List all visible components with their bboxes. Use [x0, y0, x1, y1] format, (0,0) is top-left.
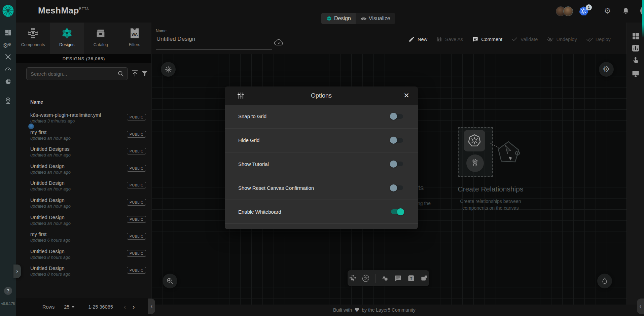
- validate-button[interactable]: Validate: [511, 36, 538, 42]
- next-page-button[interactable]: ›: [133, 303, 135, 311]
- design-visibility-badge: PUBLIC: [127, 165, 146, 172]
- relationship-hint-heading: Create Relationships: [454, 185, 527, 193]
- deploy-double-check-icon: [586, 36, 593, 42]
- help-icon[interactable]: ?: [4, 287, 12, 295]
- settings-gear-icon[interactable]: ⚙: [604, 7, 611, 15]
- design-list-item[interactable]: Untitled Design updated an hour ago PUBL…: [16, 177, 151, 194]
- snap-to-grid-toggle[interactable]: [391, 114, 403, 119]
- designs-count-header: DESIGNS (36,065): [16, 54, 151, 63]
- mesh-pie-icon[interactable]: [4, 78, 12, 85]
- collapse-drawer-chevron[interactable]: ‹: [148, 299, 155, 314]
- zoom-magnifier-icon: [166, 277, 174, 285]
- comment-tool-icon[interactable]: [394, 275, 402, 282]
- design-list: k8s-wasm-plugin-ratelimiter.yml updated …: [16, 109, 151, 279]
- design-visibility-badge: PUBLIC: [127, 148, 146, 154]
- option-label: Show Reset Canvas Confirmation: [238, 185, 314, 191]
- display-monitor-icon[interactable]: [632, 70, 640, 78]
- option-label: Snap to Grid: [238, 113, 266, 119]
- design-search: [26, 67, 128, 80]
- name-column-header[interactable]: Name: [30, 99, 43, 105]
- right-tool-rail: [627, 23, 644, 305]
- collaborator-avatar-2[interactable]: [563, 6, 573, 16]
- layer5-logo-icon[interactable]: [2, 4, 14, 17]
- configuration-tools-icon[interactable]: [4, 53, 12, 61]
- tab-designs[interactable]: Designs: [50, 23, 84, 54]
- filter-funnel-icon[interactable]: [141, 70, 148, 77]
- components-grid-icon[interactable]: [632, 32, 640, 40]
- comment-button[interactable]: Comment: [472, 36, 502, 42]
- performance-gauge-icon[interactable]: [4, 65, 12, 73]
- kubernetes-node-tile: [464, 130, 485, 151]
- close-icon[interactable]: ✕: [402, 92, 410, 100]
- design-updated: updated 6 hours ago: [30, 238, 70, 243]
- expand-drawer-chevron[interactable]: ›: [13, 265, 21, 278]
- show-tutorial-toggle[interactable]: [391, 162, 403, 166]
- design-list-item[interactable]: Untitled Design updated an hour ago PUBL…: [16, 160, 151, 177]
- dashboard-icon[interactable]: [4, 29, 12, 36]
- search-icon[interactable]: [117, 70, 124, 77]
- caret-down-icon: [71, 306, 75, 308]
- save-as-button[interactable]: Save As: [436, 36, 463, 42]
- import-design-icon[interactable]: [131, 70, 139, 77]
- text-tool-icon[interactable]: T: [407, 275, 415, 282]
- rows-per-page-select[interactable]: 25: [64, 304, 75, 310]
- helm-wheel-button[interactable]: [161, 62, 176, 77]
- prev-page-button[interactable]: ‹: [124, 303, 126, 311]
- meshmap-pin-icon[interactable]: [4, 97, 12, 104]
- helm-wheel-icon: [164, 65, 172, 73]
- tab-filters[interactable]: WA Filters: [118, 23, 152, 54]
- design-list-item[interactable]: my first updated 6 hours ago PUBLIC: [16, 228, 151, 245]
- zoom-in-button[interactable]: [163, 274, 177, 288]
- lifecycle-gears-icon[interactable]: ⚙ ⚙: [3, 40, 13, 49]
- undeploy-button[interactable]: Undeploy: [547, 36, 577, 42]
- gear-icon: ⚙: [603, 65, 610, 73]
- collaborator-presence-dot: [28, 124, 34, 129]
- design-name: Untitled Design: [30, 180, 65, 186]
- design-list-item[interactable]: Untitled Design updated 8 hours ago PUBL…: [16, 245, 151, 262]
- option-label: Show Tutorial: [238, 161, 269, 167]
- component-shape-tool-icon[interactable]: [349, 275, 356, 282]
- design-list-item[interactable]: Untitled Design updated an hour ago PUBL…: [16, 194, 151, 211]
- kubernetes-wheel-icon: [468, 134, 481, 147]
- squid-icon: [470, 158, 480, 169]
- catalog-drawer-icon: [95, 27, 106, 39]
- search-input[interactable]: [27, 71, 117, 77]
- options-modal-title: Options: [225, 92, 418, 99]
- comment-bubble-icon: [472, 36, 478, 42]
- design-header-strip: Name New Save As: [151, 23, 644, 54]
- design-list-item[interactable]: k8s-wasm-plugin-ratelimiter.yml updated …: [16, 109, 151, 126]
- design-updated: updated an hour ago: [30, 136, 71, 141]
- tab-design[interactable]: Design: [321, 13, 356, 24]
- tab-components[interactable]: Components: [16, 23, 50, 54]
- svg-text:WA: WA: [132, 32, 138, 36]
- interact-touch-icon[interactable]: [632, 56, 640, 64]
- design-name-input[interactable]: [156, 35, 272, 43]
- dashboard-chart-icon[interactable]: [632, 44, 640, 52]
- kubernetes-tool-icon[interactable]: [362, 275, 369, 282]
- design-visibility-badge: PUBLIC: [127, 131, 146, 138]
- tab-catalog[interactable]: Catalog: [84, 23, 118, 54]
- enable-whiteboard-toggle[interactable]: [391, 209, 403, 214]
- notifications-bell-icon[interactable]: [622, 7, 630, 15]
- design-list-item[interactable]: Untitled Design updated an hour ago PUBL…: [16, 211, 151, 229]
- shapes-tool-icon[interactable]: [381, 275, 389, 282]
- collapse-right-panel-chevron[interactable]: ‹: [637, 299, 644, 314]
- show-reset-canvas-confirmation-toggle[interactable]: [391, 185, 403, 190]
- media-tool-icon[interactable]: [421, 275, 428, 282]
- canvas-settings-button[interactable]: ⚙: [599, 62, 614, 77]
- design-name: Untitled Designss: [30, 146, 70, 152]
- new-design-button[interactable]: New: [408, 36, 427, 42]
- tab-visualize[interactable]: Visualize: [356, 13, 395, 24]
- hide-grid-toggle[interactable]: [391, 138, 403, 143]
- design-list-item[interactable]: Untitled Design updated 8 hours ago PUBL…: [16, 262, 151, 279]
- design-updated: updated 8 hours ago: [30, 255, 70, 260]
- design-list-item[interactable]: Untitled Designss updated an hour ago PU…: [16, 143, 151, 160]
- svg-text:T: T: [410, 276, 413, 281]
- design-list-item[interactable]: my first updated an hour ago PUBLIC: [16, 126, 151, 143]
- design-toolbar: New Save As Comment Valid: [408, 36, 611, 42]
- cloud-saved-icon: [274, 39, 284, 46]
- option-label: Hide Grid: [238, 137, 259, 143]
- ink-droplet-button[interactable]: [597, 274, 612, 288]
- design-name: Untitled Design: [30, 248, 65, 254]
- deploy-button[interactable]: Deploy: [586, 36, 611, 42]
